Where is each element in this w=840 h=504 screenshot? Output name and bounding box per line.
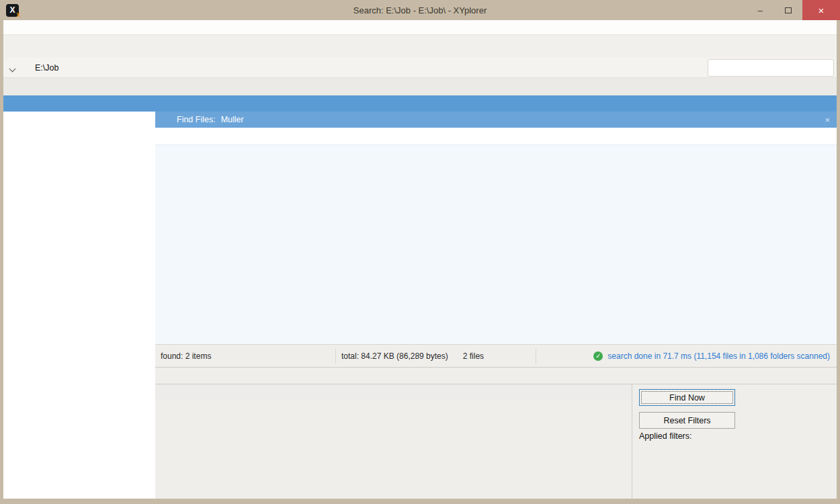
find-files-header-label: Find Files:: [177, 115, 216, 124]
tab-bar: [3, 78, 837, 95]
maximize-button[interactable]: [774, 0, 802, 20]
file-list-header: [155, 128, 837, 145]
address-bar: E:\Job: [3, 58, 837, 78]
applied-filters-label: Applied filters:: [639, 431, 692, 441]
filter-icon: [712, 62, 722, 73]
close-panel-icon[interactable]: ×: [825, 115, 830, 125]
status-found: found: 2 items: [155, 351, 335, 361]
name-location-form: [155, 401, 632, 499]
minimize-button[interactable]: –: [746, 0, 774, 20]
close-button[interactable]: ×: [802, 0, 840, 20]
title-bar: Xx Search: E:\Job - E:\Job\ - XYplorer –…: [0, 0, 840, 20]
find-files-header: Find Files: Muller ×: [155, 112, 837, 128]
find-files-header-value: Muller: [221, 115, 244, 124]
search-icon: [161, 115, 171, 125]
maximize-icon: [785, 7, 792, 13]
folder-tree: [3, 112, 155, 499]
filter-actions-panel: Find Now Reset Filters Applied filters:: [632, 384, 837, 499]
status-search-result: search done in 71.7 ms (11,154 files in …: [607, 351, 830, 361]
status-total: total: 84.27 KB (86,289 bytes): [336, 351, 448, 361]
file-list: [155, 145, 837, 344]
address-expander-icon[interactable]: [10, 62, 15, 74]
menu-bar: [3, 20, 837, 35]
toolbar: [3, 35, 837, 58]
status-files: 2 files: [448, 351, 484, 361]
live-filter-box[interactable]: [708, 59, 834, 77]
xyplorer-window: Xx Search: E:\Job - E:\Job\ - XYplorer –…: [0, 0, 840, 504]
status-bar: found: 2 items total: 84.27 KB (86,289 b…: [155, 344, 837, 367]
find-files-subtabs: [155, 384, 632, 401]
info-panel-tabs: [155, 367, 837, 384]
breadcrumb: [3, 95, 837, 112]
find-now-button[interactable]: Find Now: [639, 389, 735, 406]
address-path[interactable]: E:\Job: [35, 63, 58, 73]
reset-filters-button[interactable]: Reset Filters: [639, 412, 735, 429]
success-check-icon: ✓: [593, 351, 603, 361]
search-results-pane: Find Files: Muller × found: 2 items tota…: [155, 112, 837, 499]
window-title: Search: E:\Job - E:\Job\ - XYplorer: [0, 5, 840, 15]
folder-icon: [19, 62, 30, 73]
